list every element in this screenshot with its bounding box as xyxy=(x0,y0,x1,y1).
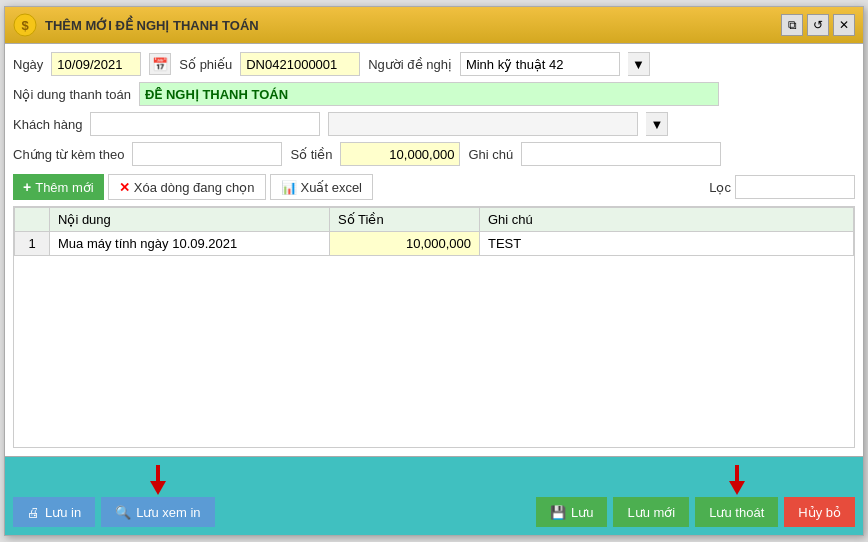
refresh-button[interactable]: ↺ xyxy=(807,14,829,36)
cell-so-tien: 10,000,000 xyxy=(330,232,480,256)
them-moi-button[interactable]: + Thêm mới xyxy=(13,174,104,200)
chevron-down-icon2: ▼ xyxy=(650,117,663,132)
chevron-down-icon: ▼ xyxy=(632,57,645,72)
khach-hang-label: Khách hàng xyxy=(13,117,82,132)
loc-input[interactable] xyxy=(735,175,855,199)
close-button[interactable]: ✕ xyxy=(833,14,855,36)
luu-button[interactable]: 💾 Lưu xyxy=(536,497,607,527)
so-phieu-input[interactable] xyxy=(240,52,360,76)
so-phieu-label: Số phiếu xyxy=(179,57,232,72)
x-icon: ✕ xyxy=(119,180,130,195)
copy-button[interactable]: ⧉ xyxy=(781,14,803,36)
col-header-so-tien: Số Tiền xyxy=(330,208,480,232)
calendar-icon: 📅 xyxy=(152,57,168,72)
window-title: THÊM MỚI ĐỀ NGHỊ THANH TOÁN xyxy=(45,18,259,33)
luu-thoat-button[interactable]: Lưu thoát xyxy=(695,497,778,527)
loc-label: Lọc xyxy=(709,180,731,195)
luu-xem-in-button[interactable]: 🔍 Lưu xem in xyxy=(101,497,214,527)
excel-icon: 📊 xyxy=(281,180,297,195)
noi-dung-input[interactable] xyxy=(139,82,719,106)
khach-hang-detail-input[interactable] xyxy=(328,112,638,136)
huy-bo-button[interactable]: Hủy bỏ xyxy=(784,497,855,527)
save-icon-luu: 💾 xyxy=(550,505,566,520)
arrow-head-left xyxy=(150,481,166,495)
chung-tu-input[interactable] xyxy=(132,142,282,166)
so-tien-input[interactable] xyxy=(340,142,460,166)
printer-icon-luu-in: 🖨 xyxy=(27,505,40,520)
data-table: Nội dung Số Tiền Ghi chú 1 Mua máy tính … xyxy=(13,206,855,448)
plus-icon: + xyxy=(23,179,31,195)
khach-hang-input[interactable] xyxy=(90,112,320,136)
nguoi-de-nghi-input[interactable] xyxy=(460,52,620,76)
arrow-shaft-right xyxy=(735,465,739,481)
search-icon-luu-xem: 🔍 xyxy=(115,505,131,520)
nguoi-de-nghi-label: Người đề nghị xyxy=(368,57,452,72)
app-icon: $ xyxy=(13,13,37,37)
cell-stt: 1 xyxy=(15,232,50,256)
ngay-input[interactable] xyxy=(51,52,141,76)
calendar-button[interactable]: 📅 xyxy=(149,53,171,75)
ghi-chu-label: Ghi chú xyxy=(468,147,513,162)
so-tien-label: Số tiền xyxy=(290,147,332,162)
luu-moi-button[interactable]: Lưu mới xyxy=(613,497,689,527)
svg-text:$: $ xyxy=(21,18,29,33)
cell-noi-dung: Mua máy tính ngày 10.09.2021 xyxy=(50,232,330,256)
ngay-label: Ngày xyxy=(13,57,43,72)
noi-dung-label: Nội dung thanh toán xyxy=(13,87,131,102)
arrow-head-right xyxy=(729,481,745,495)
col-header-stt xyxy=(15,208,50,232)
nguoi-de-nghi-dropdown[interactable]: ▼ xyxy=(628,52,650,76)
luu-in-button[interactable]: 🖨 Lưu in xyxy=(13,497,95,527)
ghi-chu-input[interactable] xyxy=(521,142,721,166)
xoa-dong-button[interactable]: ✕ Xóa dòng đang chọn xyxy=(108,174,266,200)
chung-tu-label: Chứng từ kèm theo xyxy=(13,147,124,162)
table-row: 1 Mua máy tính ngày 10.09.2021 10,000,00… xyxy=(15,232,854,256)
footer: 🖨 Lưu in 🔍 Lưu xem in 💾 Lưu Lưu mới xyxy=(5,456,863,535)
col-header-noi-dung: Nội dung xyxy=(50,208,330,232)
cell-ghi-chu: TEST xyxy=(480,232,854,256)
arrow-shaft-left xyxy=(156,465,160,481)
xuat-excel-button[interactable]: 📊 Xuất excel xyxy=(270,174,373,200)
col-header-ghi-chu: Ghi chú xyxy=(480,208,854,232)
title-bar: $ THÊM MỚI ĐỀ NGHỊ THANH TOÁN ⧉ ↺ ✕ xyxy=(5,7,863,44)
khach-hang-dropdown[interactable]: ▼ xyxy=(646,112,668,136)
